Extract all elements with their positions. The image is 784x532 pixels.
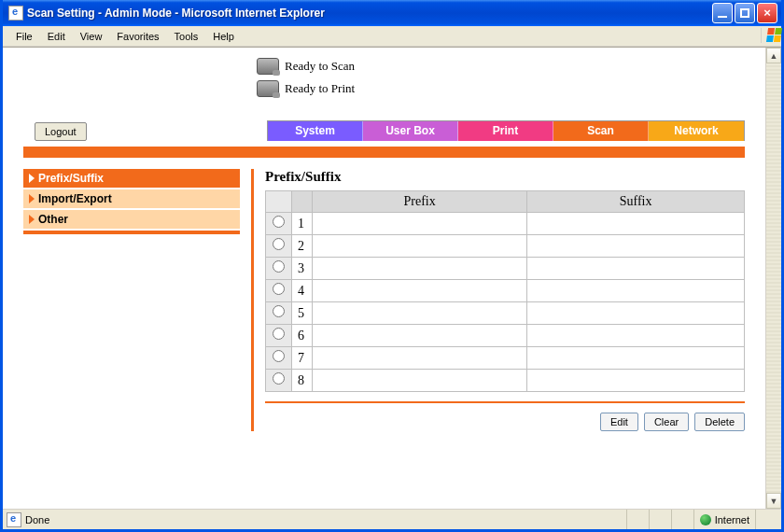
ie-icon [7,512,21,527]
status-cell [626,510,649,529]
table-row: 2 [266,235,745,258]
sidebar-item-label: Other [38,213,68,226]
windows-flag-icon [761,28,777,43]
zone-text: Internet [715,514,749,525]
row-suffix [527,325,745,347]
row-radio[interactable] [273,350,285,362]
row-num: 4 [292,280,313,302]
security-zone: Internet [693,510,755,529]
row-prefix [313,280,527,302]
separator-bar [23,147,745,158]
status-cell [649,510,671,529]
statusbar: Done Internet [3,509,781,529]
scroll-down-button[interactable]: ▼ [766,493,781,509]
row-radio[interactable] [273,372,285,385]
sidebar-item-import-export[interactable]: Import/Export [23,189,240,210]
row-prefix [313,302,527,325]
menu-edit[interactable]: Edit [40,29,73,44]
chevron-right-icon [29,174,35,183]
tab-system[interactable]: System [268,121,363,141]
row-radio[interactable] [273,328,285,340]
delete-button[interactable]: Delete [694,413,745,431]
row-radio[interactable] [273,283,285,295]
row-radio[interactable] [273,216,285,228]
row-num: 1 [292,213,313,235]
sidebar-item-label: Prefix/Suffix [38,172,104,185]
col-num [292,191,313,213]
separator-line [265,401,745,403]
tab-userbox[interactable]: User Box [363,121,458,141]
row-prefix [313,370,527,392]
section-title: Prefix/Suffix [265,169,745,185]
sidebar-item-prefix-suffix[interactable]: Prefix/Suffix [23,169,240,189]
tab-scan[interactable]: Scan [553,121,649,141]
row-num: 5 [292,302,313,325]
status-text: Done [25,514,49,525]
menu-help[interactable]: Help [205,29,242,44]
row-num: 3 [292,258,313,280]
table-row: 3 [266,258,745,280]
row-radio[interactable] [273,260,285,273]
scroll-track[interactable] [766,63,781,493]
col-prefix: Prefix [313,191,527,213]
table-row: 8 [266,370,745,392]
row-prefix [313,325,527,347]
tab-network[interactable]: Network [649,121,744,141]
sidebar-underline [23,231,240,234]
row-suffix [527,370,745,392]
status-cell [671,510,693,529]
row-suffix [527,302,745,325]
prefix-suffix-table: Prefix Suffix 1 [265,190,745,392]
printer-icon [257,80,279,97]
row-prefix [313,213,527,235]
ie-icon [8,6,23,21]
titlebar: Scan Setting - Admin Mode - Microsoft In… [3,0,781,26]
logout-button[interactable]: Logout [35,122,87,141]
close-button[interactable]: × [757,3,777,23]
table-row: 5 [266,302,745,325]
table-row: 6 [266,325,745,347]
status-print: Ready to Print [257,77,745,100]
window-title: Scan Setting - Admin Mode - Microsoft In… [27,7,712,20]
row-num: 7 [292,347,313,370]
status-scan: Ready to Scan [257,55,745,77]
main-tabs: System User Box Print Scan Network [267,120,745,141]
menu-favorites[interactable]: Favorites [109,29,166,44]
row-num: 6 [292,325,313,347]
table-row: 4 [266,280,745,302]
row-radio[interactable] [273,238,285,250]
row-prefix [313,258,527,280]
scroll-up-button[interactable]: ▲ [766,48,781,63]
globe-icon [700,514,711,525]
row-num: 8 [292,370,313,392]
row-suffix [527,235,745,258]
edit-button[interactable]: Edit [600,413,638,431]
menu-view[interactable]: View [73,29,110,44]
scanner-icon [257,58,279,75]
chevron-right-icon [29,215,35,224]
menu-file[interactable]: File [8,29,40,44]
sidebar-item-other[interactable]: Other [23,210,240,231]
menu-tools[interactable]: Tools [167,29,206,44]
row-prefix [313,347,527,370]
row-suffix [527,213,745,235]
chevron-right-icon [29,194,35,203]
maximize-button[interactable] [735,3,755,23]
window-frame: Scan Setting - Admin Mode - Microsoft In… [0,0,784,532]
minimize-button[interactable] [712,3,733,23]
menubar: File Edit View Favorites Tools Help [3,26,781,47]
row-radio[interactable] [273,305,285,317]
status-print-text: Ready to Print [285,81,355,96]
sidebar-item-label: Import/Export [38,192,112,205]
table-row: 7 [266,347,745,370]
row-suffix [527,347,745,370]
tab-print[interactable]: Print [458,121,553,141]
table-row: 1 [266,213,745,235]
row-suffix [527,258,745,280]
col-select [266,191,292,213]
row-suffix [527,280,745,302]
col-suffix: Suffix [527,191,745,213]
vertical-scrollbar[interactable]: ▲ ▼ [765,48,781,509]
clear-button[interactable]: Clear [644,413,689,431]
row-num: 2 [292,235,313,258]
